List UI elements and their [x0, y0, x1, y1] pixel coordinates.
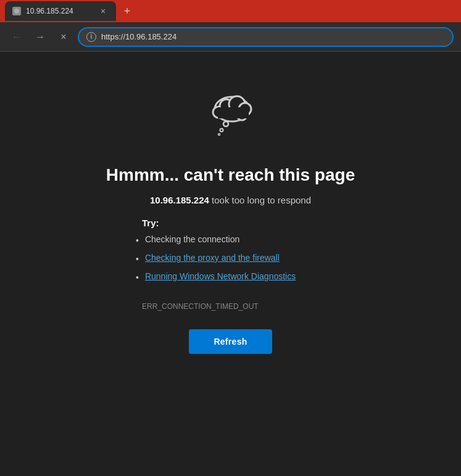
tab-title: 10.96.185.224: [26, 7, 93, 15]
list-item: • Checking the connection: [136, 234, 296, 245]
list-item: • Running Windows Network Diagnostics: [136, 271, 296, 282]
info-icon: i: [86, 32, 96, 42]
refresh-button[interactable]: Refresh: [189, 329, 272, 354]
forward-button[interactable]: →: [31, 28, 49, 46]
suggestion-proxy-firewall-link[interactable]: Checking the proxy and the firewall: [145, 253, 280, 263]
cloud-icon: [203, 89, 259, 141]
tab-favicon: [12, 7, 21, 15]
error-page: Hmmm... can't reach this page 10.96.185.…: [0, 52, 461, 476]
suggestions-list: • Checking the connection • Checking the…: [136, 234, 296, 290]
browser-tab[interactable]: 10.96.185.224 ×: [5, 1, 116, 21]
back-button[interactable]: ←: [7, 28, 26, 46]
tab-close-button[interactable]: ×: [98, 6, 109, 17]
svg-point-7: [223, 121, 228, 126]
url-input[interactable]: [101, 32, 445, 41]
reload-button[interactable]: ×: [54, 28, 73, 46]
error-code: ERR_CONNECTION_TIMED_OUT: [142, 302, 259, 311]
try-label: Try:: [142, 218, 159, 228]
svg-point-8: [220, 129, 223, 132]
title-bar: 10.96.185.224 × +: [0, 0, 461, 22]
new-tab-button[interactable]: +: [118, 2, 136, 20]
address-bar: ← → × i: [0, 22, 461, 52]
list-item: • Checking the proxy and the firewall: [136, 253, 296, 264]
suggestion-checking-connection: Checking the connection: [145, 234, 239, 244]
svg-point-9: [218, 134, 220, 136]
svg-rect-6: [218, 107, 249, 118]
error-title: Hmmm... can't reach this page: [106, 165, 355, 185]
address-bar-input-wrapper[interactable]: i: [78, 27, 454, 47]
error-subtitle: 10.96.185.224 took too long to respond: [150, 195, 311, 205]
suggestion-network-diagnostics-link[interactable]: Running Windows Network Diagnostics: [145, 271, 296, 281]
